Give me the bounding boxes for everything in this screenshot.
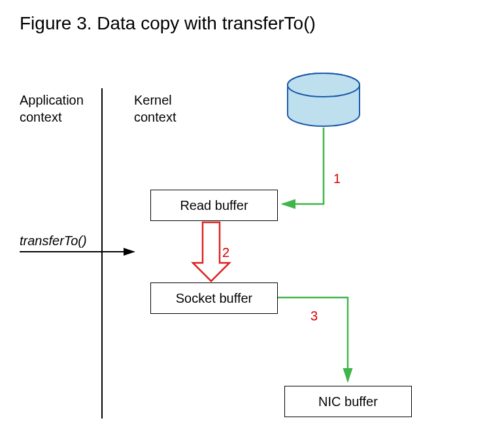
transferto-label: transferTo() xyxy=(20,232,87,249)
figure-title: Figure 3. Data copy with transferTo() xyxy=(0,0,504,34)
socket-buffer-box: Socket buffer xyxy=(150,282,278,314)
diagram-arrows xyxy=(20,52,484,418)
step-1-label: 1 xyxy=(333,171,341,186)
disk-icon xyxy=(281,72,366,137)
nic-buffer-box: NIC buffer xyxy=(284,386,412,417)
step-2-label: 2 xyxy=(222,245,229,260)
svg-point-1 xyxy=(288,73,360,97)
diagram-canvas: Applicationcontext Kernelcontext transfe… xyxy=(20,52,484,418)
kernel-context-label: Kernelcontext xyxy=(134,92,176,126)
step-3-label: 3 xyxy=(311,309,318,324)
read-buffer-box: Read buffer xyxy=(150,190,278,221)
application-context-label: Applicationcontext xyxy=(20,92,84,126)
